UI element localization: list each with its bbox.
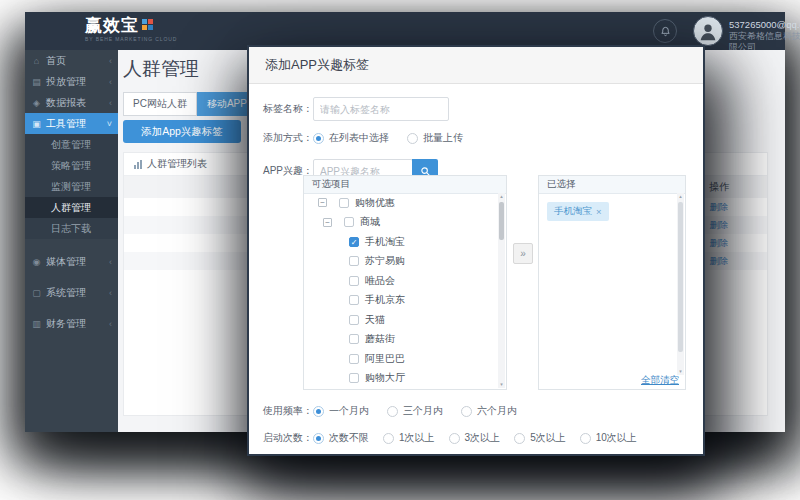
tree-item-label: 唯品会 xyxy=(365,274,395,288)
radio-unselected[interactable] xyxy=(580,433,591,444)
sidebar-item-delivery[interactable]: ▤ 投放管理 ‹ xyxy=(25,71,118,92)
frequency-option[interactable]: 三个月内 xyxy=(387,404,443,418)
radio-label: 1次以上 xyxy=(399,431,435,445)
scroll-down-icon[interactable]: ▾ xyxy=(498,381,505,388)
radio-label: 六个月内 xyxy=(477,404,517,418)
notifications-button[interactable] xyxy=(653,19,677,43)
checkbox-unchecked[interactable] xyxy=(349,373,359,383)
sidebar-item-label: 数据报表 xyxy=(46,96,86,110)
radio-unselected[interactable] xyxy=(387,406,398,417)
sidebar-subitem-monitor[interactable]: 监测管理 xyxy=(25,176,118,197)
checkbox-unchecked[interactable] xyxy=(349,315,359,325)
checkbox-unchecked[interactable] xyxy=(349,276,359,286)
checkbox-unchecked[interactable] xyxy=(339,198,349,208)
list-title: 人群管理列表 xyxy=(147,157,207,171)
add-mode-option-list[interactable]: 在列表中选择 xyxy=(313,131,389,145)
tree-item[interactable]: 苏宁易购 xyxy=(304,252,497,272)
tree-item[interactable]: 手机京东 xyxy=(304,291,497,311)
tree-item[interactable]: 蘑菇街 xyxy=(304,330,497,350)
logo-squares-icon xyxy=(142,19,153,30)
tree-item-label: 购物大厅 xyxy=(365,371,405,385)
sidebar-item-tools[interactable]: ▣ 工具管理 ˅ xyxy=(25,113,118,134)
home-icon: ⌂ xyxy=(31,56,42,66)
tree-item-label: 天猫 xyxy=(365,313,385,327)
person-icon xyxy=(697,20,719,42)
add-app-interest-tag-button[interactable]: 添加App兴趣标签 xyxy=(123,120,241,143)
finance-icon: ▥ xyxy=(31,319,42,329)
tab-pc-audience[interactable]: PC网站人群 xyxy=(123,92,197,116)
sidebar-subitem-creative[interactable]: 创意管理 xyxy=(25,134,118,155)
checkbox-checked[interactable]: ✓ xyxy=(349,237,359,247)
modal-title: 添加APP兴趣标签 xyxy=(249,47,703,84)
collapse-icon[interactable]: − xyxy=(318,198,327,207)
add-mode-option-batch[interactable]: 批量上传 xyxy=(407,131,463,145)
system-icon: ▢ xyxy=(31,288,42,298)
radio-label: 一个月内 xyxy=(329,404,369,418)
frequency-option[interactable]: 六个月内 xyxy=(461,404,517,418)
scroll-up-icon[interactable]: ▴ xyxy=(677,193,684,200)
launch-count-option[interactable]: 5次以上 xyxy=(514,431,566,445)
radio-label: 5次以上 xyxy=(530,431,566,445)
tree-item[interactable]: 唯品会 xyxy=(304,271,497,291)
remove-tag-icon[interactable]: × xyxy=(596,206,602,217)
tree-item-label: 蘑菇街 xyxy=(365,332,395,346)
checkbox-unchecked[interactable] xyxy=(349,256,359,266)
sidebar-item-finance[interactable]: ▥ 财务管理 ‹ xyxy=(25,308,118,339)
sidebar-item-reports[interactable]: ◈ 数据报表 ‹ xyxy=(25,92,118,113)
selected-tag: 手机淘宝 × xyxy=(547,202,609,221)
launch-count-label: 启动次数： xyxy=(263,431,311,445)
radio-selected[interactable] xyxy=(313,406,324,417)
sidebar-item-system[interactable]: ▢ 系统管理 ‹ xyxy=(25,277,118,308)
tree-item[interactable]: 阿里巴巴 xyxy=(304,349,497,369)
clear-all-link[interactable]: 全部清空 xyxy=(641,374,679,387)
scrollbar[interactable]: ▴ ▾ xyxy=(677,193,684,375)
tree-item[interactable]: − 购物优惠 xyxy=(304,193,497,213)
checkbox-unchecked[interactable] xyxy=(349,354,359,364)
radio-unselected[interactable] xyxy=(461,406,472,417)
chevron-left-icon: ‹ xyxy=(109,56,112,66)
sidebar-item-label: 媒体管理 xyxy=(46,255,86,269)
logo-text: 赢效宝 xyxy=(85,17,139,34)
sidebar-item-media[interactable]: ◉ 媒体管理 ‹ xyxy=(25,246,118,277)
chevron-down-icon: ˅ xyxy=(107,119,112,129)
scroll-up-icon[interactable]: ▴ xyxy=(498,193,505,200)
checkbox-unchecked[interactable] xyxy=(344,217,354,227)
move-selected-button[interactable]: » xyxy=(513,243,533,264)
sidebar-subitem-logs[interactable]: 日志下载 xyxy=(25,218,118,239)
sidebar-item-home[interactable]: ⌂ 首页 ‹ xyxy=(25,50,118,71)
tree-item[interactable]: 购物大厅 xyxy=(304,369,497,389)
launch-count-option[interactable]: 次数不限 xyxy=(313,431,369,445)
checkbox-unchecked[interactable] xyxy=(349,295,359,305)
tag-name-input[interactable] xyxy=(313,97,449,121)
launch-count-option[interactable]: 3次以上 xyxy=(449,431,501,445)
tree-item[interactable]: 天猫 xyxy=(304,310,497,330)
radio-label: 在列表中选择 xyxy=(329,131,389,145)
chevron-left-icon: ‹ xyxy=(109,319,112,329)
radio-selected[interactable] xyxy=(313,433,324,444)
radio-unselected[interactable] xyxy=(383,433,394,444)
frequency-option[interactable]: 一个月内 xyxy=(313,404,369,418)
logo-subtitle: BY BEHE MARKETING CLOUD xyxy=(85,37,177,42)
collapse-icon[interactable]: − xyxy=(323,218,332,227)
checkbox-unchecked[interactable] xyxy=(349,334,359,344)
tree-item[interactable]: ✓ 手机淘宝 xyxy=(304,232,497,252)
tree-item-label: 手机淘宝 xyxy=(365,235,405,249)
launch-count-option[interactable]: 10次以上 xyxy=(580,431,637,445)
radio-unselected[interactable] xyxy=(514,433,525,444)
sidebar-subitem-strategy[interactable]: 策略管理 xyxy=(25,155,118,176)
scrollbar[interactable]: ▴ ▾ xyxy=(498,193,505,388)
sidebar-item-label: 财务管理 xyxy=(46,317,86,331)
radio-unselected[interactable] xyxy=(407,133,418,144)
sidebar-item-label: 投放管理 xyxy=(46,75,86,89)
scrollbar-thumb[interactable] xyxy=(678,202,683,352)
page-title: 人群管理 xyxy=(123,56,199,82)
tree-item[interactable]: − 商城 xyxy=(304,213,497,233)
scrollbar-thumb[interactable] xyxy=(499,202,504,240)
user-avatar[interactable] xyxy=(693,16,723,46)
sidebar-subitem-audience[interactable]: 人群管理 xyxy=(25,197,118,218)
radio-unselected[interactable] xyxy=(449,433,460,444)
launch-count-option[interactable]: 1次以上 xyxy=(383,431,435,445)
radio-selected[interactable] xyxy=(313,133,324,144)
tree-item-label: 手机京东 xyxy=(365,293,405,307)
selected-tag-label: 手机淘宝 xyxy=(554,205,592,218)
